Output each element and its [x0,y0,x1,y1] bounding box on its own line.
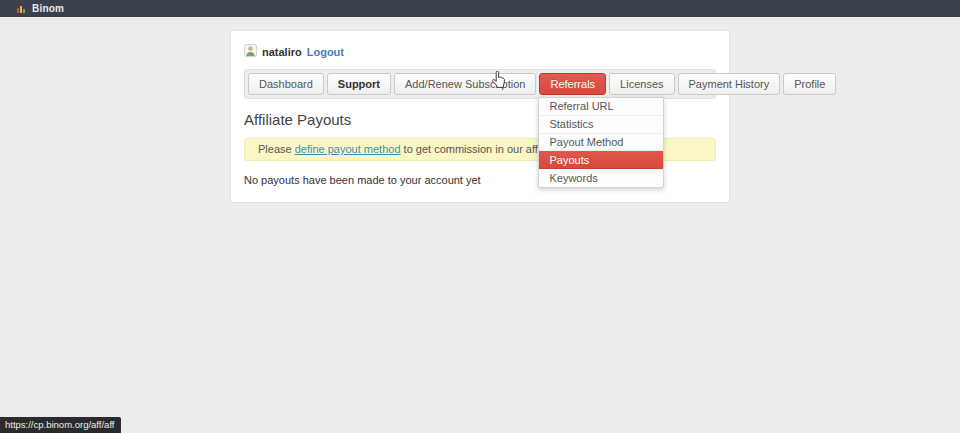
browser-topbar: Binom [0,0,960,17]
dropdown-item-statistics[interactable]: Statistics [539,116,663,134]
tab-add-renew-subscription[interactable]: Add/Renew Subscription [394,73,536,95]
username: nataliro [262,46,302,58]
user-row: nataliro Logout [244,41,716,69]
dropdown-item-keywords[interactable]: Keywords [539,169,663,187]
binom-favicon-icon [17,5,25,13]
tab-dashboard[interactable]: Dashboard [248,73,324,95]
tab-referrals[interactable]: Referrals [539,73,606,95]
status-url-bar: https://cp.binom.org/aff/aff [0,417,121,433]
referrals-dropdown-menu: Referral URL Statistics Payout Method Pa… [538,97,664,188]
user-avatar-icon [244,43,257,61]
tab-support[interactable]: Support [327,73,391,95]
dropdown-item-referral-url[interactable]: Referral URL [539,98,663,116]
tab-licenses[interactable]: Licenses [609,73,674,95]
alert-text-prefix: Please [258,143,295,155]
logout-link[interactable]: Logout [307,46,344,58]
referrals-tab-wrapper: Referrals Referral URL Statistics Payout… [539,73,606,95]
main-card: nataliro Logout Dashboard Support Add/Re… [230,30,730,203]
tab-payment-history[interactable]: Payment History [678,73,781,95]
browser-tab-title: Binom [32,3,64,14]
nav-tab-bar: Dashboard Support Add/Renew Subscription… [244,69,716,99]
dropdown-item-payout-method[interactable]: Payout Method [539,134,663,152]
tab-profile[interactable]: Profile [783,73,836,95]
dropdown-item-payouts[interactable]: Payouts [539,151,663,169]
define-payout-method-link[interactable]: define payout method [295,143,401,155]
